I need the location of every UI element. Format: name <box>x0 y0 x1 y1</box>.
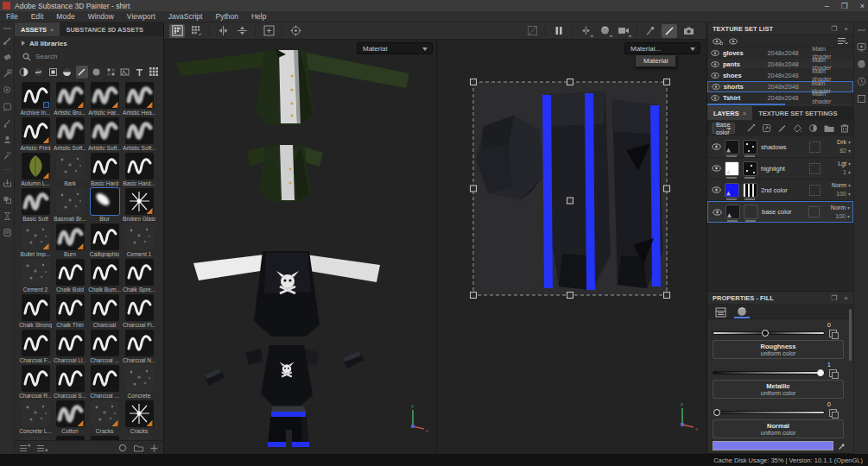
channel-slider[interactable] <box>713 411 825 414</box>
pause-engine-icon[interactable] <box>551 24 567 38</box>
expose-parameter-icon[interactable] <box>829 409 837 417</box>
search-input[interactable] <box>35 53 139 60</box>
display-settings-icon[interactable] <box>857 40 866 49</box>
menu-item[interactable]: Viewport <box>127 12 155 21</box>
filter-alphas-icon[interactable] <box>47 66 59 79</box>
minimize-button[interactable]: – <box>825 2 829 10</box>
filter-stamps-icon[interactable] <box>119 66 131 79</box>
asset-tile[interactable]: Basic Soft <box>19 188 52 223</box>
expose-parameter-icon[interactable] <box>829 369 837 377</box>
sync-icon[interactable] <box>118 440 127 456</box>
asset-tile[interactable]: Charcoal Li... <box>54 330 86 364</box>
asset-tile[interactable]: Chalk Thin <box>54 294 86 329</box>
expose-parameter-icon[interactable] <box>829 330 837 337</box>
material-slot-placeholder[interactable] <box>809 163 820 174</box>
asset-tile[interactable]: Charcoal ... <box>88 330 121 364</box>
add-frame-icon[interactable] <box>261 24 276 38</box>
menu-item[interactable]: Edit <box>31 12 44 21</box>
asset-tile[interactable]: Cement 2 <box>19 259 52 293</box>
close-tab-icon[interactable] <box>743 110 746 117</box>
channel-source-button[interactable]: Metallic uniform color <box>713 380 844 399</box>
delete-layer-icon[interactable] <box>840 121 849 136</box>
close-button[interactable]: × <box>860 2 865 10</box>
layer-row[interactable]: shadows Drk 82 <box>707 136 853 158</box>
material-picker-tool-icon[interactable] <box>3 135 12 144</box>
layer-blend-controls[interactable]: Norm 100 <box>823 204 852 221</box>
library-selector[interactable]: All libraries <box>15 36 163 50</box>
asset-tile[interactable]: Chalk Bold <box>54 259 86 293</box>
effect-wand-icon[interactable] <box>746 121 756 136</box>
menu-item[interactable]: Help <box>251 12 266 21</box>
filter-brushes-icon[interactable] <box>33 66 45 79</box>
asset-tile[interactable]: Chalk Bum... <box>88 259 121 293</box>
asset-tile[interactable]: Basmati Br... <box>54 188 86 223</box>
layer-visibility-icon[interactable] <box>712 186 721 193</box>
channel-slider[interactable] <box>713 371 825 375</box>
tab-substance-3d-assets[interactable]: SUBSTANCE 3D ASSETS <box>60 22 149 36</box>
asset-tile[interactable]: Artistic Print <box>19 117 52 152</box>
filter-materials-icon[interactable] <box>18 66 30 79</box>
material-slot-placeholder[interactable] <box>809 142 820 153</box>
eye-icon[interactable] <box>711 72 719 79</box>
layer-content-thumbnail[interactable] <box>725 183 739 198</box>
add-smart-material-icon[interactable] <box>762 121 771 136</box>
folder-icon[interactable] <box>134 440 143 456</box>
shader-mode-dropdown-2d[interactable]: Material... <box>624 42 700 54</box>
asset-tile[interactable]: Charcoal Fi... <box>123 294 155 329</box>
particle-tool-icon[interactable] <box>3 151 12 161</box>
asset-tile[interactable]: Chalk Spre... <box>123 259 155 293</box>
menu-item[interactable]: Python <box>215 12 238 21</box>
dock-grip[interactable] <box>858 29 865 31</box>
asset-tile[interactable]: Charcoal S... <box>54 365 86 400</box>
add-fill-layer-icon[interactable] <box>793 121 802 136</box>
asset-tile[interactable]: Artistic Soft... <box>54 117 86 152</box>
eye-icon[interactable] <box>712 84 720 90</box>
clone-tool-icon[interactable] <box>3 118 12 128</box>
asset-tile[interactable]: Autumn L... <box>19 153 52 187</box>
scrollbar-vertical[interactable] <box>849 309 852 361</box>
viewport-2d[interactable]: y x <box>436 40 706 454</box>
no-texture-overlay-icon[interactable] <box>524 24 540 38</box>
paint-brush-tool-icon[interactable] <box>3 36 12 46</box>
eye-icon[interactable] <box>711 50 719 56</box>
list-view-icon[interactable] <box>20 440 30 456</box>
visibility-eye-icon[interactable] <box>729 38 738 45</box>
asset-tile[interactable]: Cracks <box>123 400 155 435</box>
screenshot-camera-icon[interactable] <box>681 24 696 38</box>
eye-icon[interactable] <box>711 61 719 67</box>
baking-icon[interactable] <box>3 195 12 205</box>
channel-source-button[interactable]: Normal uniform color <box>713 419 844 438</box>
material-slot-placeholder[interactable] <box>808 206 820 217</box>
asset-tile[interactable]: Charcoal <box>88 294 121 329</box>
asset-tile[interactable]: Cotton <box>54 400 86 435</box>
asset-tile[interactable]: Chalk Strong <box>19 294 52 329</box>
layer-row[interactable]: highlight Lgt 1 <box>707 158 853 179</box>
filter-text-icon[interactable] <box>134 66 146 79</box>
add-folder-icon[interactable] <box>824 121 834 136</box>
close-tab-icon[interactable] <box>50 26 54 34</box>
asset-tile[interactable]: Artistic Bru... <box>54 82 86 116</box>
asset-tile[interactable]: Bullet Imp... <box>19 224 52 258</box>
projection-tool-icon[interactable] <box>3 69 12 79</box>
menu-item[interactable]: Window <box>88 12 114 21</box>
layer-blend-controls[interactable]: Norm 100 <box>824 181 853 198</box>
layer-visibility-icon[interactable] <box>712 165 721 172</box>
shader-settings-icon[interactable] <box>857 57 866 66</box>
close-panel-icon[interactable]: × <box>844 25 848 33</box>
asset-tile[interactable]: Artistic Har... <box>88 82 121 116</box>
material-slot-placeholder[interactable] <box>809 185 820 196</box>
tab-material-sphere-icon[interactable] <box>734 305 750 318</box>
layer-content-thumbnail[interactable] <box>725 161 739 176</box>
viewport-3d[interactable]: y x <box>164 40 436 454</box>
symmetry-x-icon[interactable] <box>215 24 231 38</box>
slider-knob[interactable] <box>762 330 769 337</box>
tab-assets[interactable]: ASSETS <box>15 22 60 36</box>
asset-tile[interactable]: Artistic Soft... <box>88 117 121 152</box>
channel-source-button[interactable]: Roughness uniform color <box>713 340 844 359</box>
add-icon[interactable] <box>150 440 158 456</box>
straight-line-tool-icon[interactable] <box>662 24 677 38</box>
export-icon[interactable] <box>3 179 12 188</box>
color-picker-icon[interactable] <box>838 442 846 450</box>
eraser-tool-icon[interactable] <box>3 53 12 62</box>
project-configuration-icon[interactable] <box>857 91 866 101</box>
